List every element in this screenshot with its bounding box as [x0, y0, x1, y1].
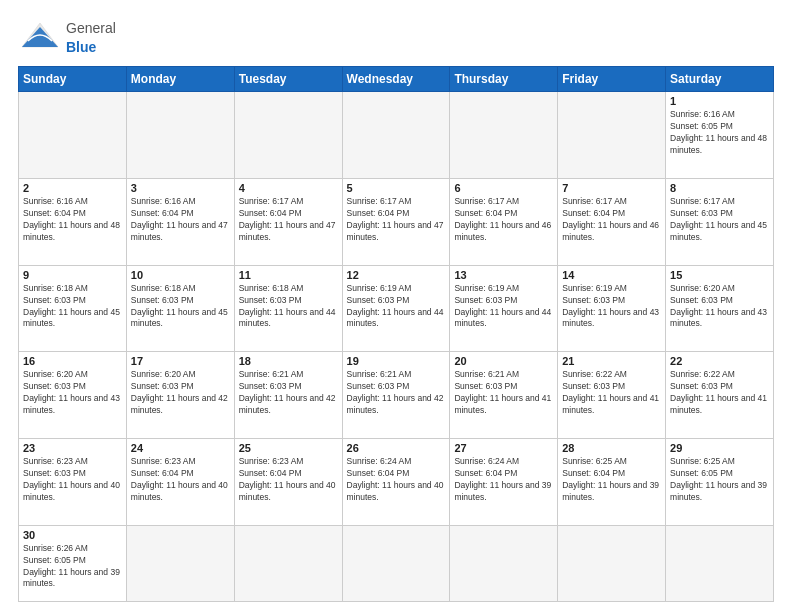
day-number: 3	[131, 182, 230, 194]
day-info: Sunrise: 6:16 AM Sunset: 6:04 PM Dayligh…	[131, 196, 230, 244]
header-sunday: Sunday	[19, 67, 127, 92]
day-number: 29	[670, 442, 769, 454]
day-info: Sunrise: 6:17 AM Sunset: 6:04 PM Dayligh…	[454, 196, 553, 244]
table-cell: 20Sunrise: 6:21 AM Sunset: 6:03 PM Dayli…	[450, 352, 558, 439]
calendar-table: Sunday Monday Tuesday Wednesday Thursday…	[18, 66, 774, 602]
day-number: 10	[131, 269, 230, 281]
day-info: Sunrise: 6:18 AM Sunset: 6:03 PM Dayligh…	[131, 283, 230, 331]
day-number: 17	[131, 355, 230, 367]
table-cell	[234, 92, 342, 179]
day-info: Sunrise: 6:23 AM Sunset: 6:04 PM Dayligh…	[239, 456, 338, 504]
day-number: 30	[23, 529, 122, 541]
table-cell: 21Sunrise: 6:22 AM Sunset: 6:03 PM Dayli…	[558, 352, 666, 439]
day-number: 21	[562, 355, 661, 367]
day-info: Sunrise: 6:19 AM Sunset: 6:03 PM Dayligh…	[347, 283, 446, 331]
week-row-5: 23Sunrise: 6:23 AM Sunset: 6:03 PM Dayli…	[19, 439, 774, 526]
week-row-1: 1Sunrise: 6:16 AM Sunset: 6:05 PM Daylig…	[19, 92, 774, 179]
header-wednesday: Wednesday	[342, 67, 450, 92]
week-row-6: 30Sunrise: 6:26 AM Sunset: 6:05 PM Dayli…	[19, 525, 774, 601]
day-info: Sunrise: 6:21 AM Sunset: 6:03 PM Dayligh…	[454, 369, 553, 417]
table-cell: 15Sunrise: 6:20 AM Sunset: 6:03 PM Dayli…	[666, 265, 774, 352]
logo: General Blue	[18, 18, 116, 56]
table-cell: 30Sunrise: 6:26 AM Sunset: 6:05 PM Dayli…	[19, 525, 127, 601]
day-info: Sunrise: 6:17 AM Sunset: 6:04 PM Dayligh…	[239, 196, 338, 244]
day-info: Sunrise: 6:20 AM Sunset: 6:03 PM Dayligh…	[23, 369, 122, 417]
day-info: Sunrise: 6:22 AM Sunset: 6:03 PM Dayligh…	[670, 369, 769, 417]
table-cell: 17Sunrise: 6:20 AM Sunset: 6:03 PM Dayli…	[126, 352, 234, 439]
weekday-header-row: Sunday Monday Tuesday Wednesday Thursday…	[19, 67, 774, 92]
day-number: 4	[239, 182, 338, 194]
day-number: 2	[23, 182, 122, 194]
day-info: Sunrise: 6:18 AM Sunset: 6:03 PM Dayligh…	[23, 283, 122, 331]
day-number: 9	[23, 269, 122, 281]
table-cell	[342, 525, 450, 601]
week-row-2: 2Sunrise: 6:16 AM Sunset: 6:04 PM Daylig…	[19, 179, 774, 266]
day-info: Sunrise: 6:23 AM Sunset: 6:04 PM Dayligh…	[131, 456, 230, 504]
day-number: 7	[562, 182, 661, 194]
day-info: Sunrise: 6:16 AM Sunset: 6:05 PM Dayligh…	[670, 109, 769, 157]
day-number: 13	[454, 269, 553, 281]
generalblue-logo-icon	[18, 19, 62, 55]
day-info: Sunrise: 6:24 AM Sunset: 6:04 PM Dayligh…	[454, 456, 553, 504]
day-info: Sunrise: 6:24 AM Sunset: 6:04 PM Dayligh…	[347, 456, 446, 504]
day-info: Sunrise: 6:20 AM Sunset: 6:03 PM Dayligh…	[670, 283, 769, 331]
table-cell: 22Sunrise: 6:22 AM Sunset: 6:03 PM Dayli…	[666, 352, 774, 439]
day-info: Sunrise: 6:16 AM Sunset: 6:04 PM Dayligh…	[23, 196, 122, 244]
table-cell: 16Sunrise: 6:20 AM Sunset: 6:03 PM Dayli…	[19, 352, 127, 439]
header: General Blue	[18, 18, 774, 56]
table-cell	[126, 92, 234, 179]
day-number: 18	[239, 355, 338, 367]
day-info: Sunrise: 6:17 AM Sunset: 6:03 PM Dayligh…	[670, 196, 769, 244]
day-info: Sunrise: 6:25 AM Sunset: 6:04 PM Dayligh…	[562, 456, 661, 504]
day-info: Sunrise: 6:26 AM Sunset: 6:05 PM Dayligh…	[23, 543, 122, 591]
day-number: 11	[239, 269, 338, 281]
table-cell: 13Sunrise: 6:19 AM Sunset: 6:03 PM Dayli…	[450, 265, 558, 352]
table-cell: 10Sunrise: 6:18 AM Sunset: 6:03 PM Dayli…	[126, 265, 234, 352]
header-friday: Friday	[558, 67, 666, 92]
day-info: Sunrise: 6:25 AM Sunset: 6:05 PM Dayligh…	[670, 456, 769, 504]
header-thursday: Thursday	[450, 67, 558, 92]
table-cell: 26Sunrise: 6:24 AM Sunset: 6:04 PM Dayli…	[342, 439, 450, 526]
day-info: Sunrise: 6:19 AM Sunset: 6:03 PM Dayligh…	[562, 283, 661, 331]
day-number: 24	[131, 442, 230, 454]
table-cell: 7Sunrise: 6:17 AM Sunset: 6:04 PM Daylig…	[558, 179, 666, 266]
day-info: Sunrise: 6:22 AM Sunset: 6:03 PM Dayligh…	[562, 369, 661, 417]
table-cell: 11Sunrise: 6:18 AM Sunset: 6:03 PM Dayli…	[234, 265, 342, 352]
table-cell: 23Sunrise: 6:23 AM Sunset: 6:03 PM Dayli…	[19, 439, 127, 526]
day-number: 19	[347, 355, 446, 367]
header-tuesday: Tuesday	[234, 67, 342, 92]
day-number: 8	[670, 182, 769, 194]
table-cell: 29Sunrise: 6:25 AM Sunset: 6:05 PM Dayli…	[666, 439, 774, 526]
day-info: Sunrise: 6:20 AM Sunset: 6:03 PM Dayligh…	[131, 369, 230, 417]
table-cell: 28Sunrise: 6:25 AM Sunset: 6:04 PM Dayli…	[558, 439, 666, 526]
table-cell	[19, 92, 127, 179]
header-monday: Monday	[126, 67, 234, 92]
day-number: 6	[454, 182, 553, 194]
day-number: 27	[454, 442, 553, 454]
table-cell	[234, 525, 342, 601]
day-info: Sunrise: 6:21 AM Sunset: 6:03 PM Dayligh…	[347, 369, 446, 417]
day-number: 20	[454, 355, 553, 367]
header-saturday: Saturday	[666, 67, 774, 92]
table-cell: 12Sunrise: 6:19 AM Sunset: 6:03 PM Dayli…	[342, 265, 450, 352]
table-cell: 3Sunrise: 6:16 AM Sunset: 6:04 PM Daylig…	[126, 179, 234, 266]
day-number: 14	[562, 269, 661, 281]
day-number: 25	[239, 442, 338, 454]
logo-blue: Blue	[66, 39, 96, 55]
day-number: 15	[670, 269, 769, 281]
table-cell: 27Sunrise: 6:24 AM Sunset: 6:04 PM Dayli…	[450, 439, 558, 526]
table-cell	[450, 525, 558, 601]
day-number: 28	[562, 442, 661, 454]
table-cell: 4Sunrise: 6:17 AM Sunset: 6:04 PM Daylig…	[234, 179, 342, 266]
day-info: Sunrise: 6:19 AM Sunset: 6:03 PM Dayligh…	[454, 283, 553, 331]
page: General Blue Sunday Monday Tuesday Wedne…	[0, 0, 792, 612]
day-info: Sunrise: 6:17 AM Sunset: 6:04 PM Dayligh…	[562, 196, 661, 244]
table-cell: 8Sunrise: 6:17 AM Sunset: 6:03 PM Daylig…	[666, 179, 774, 266]
day-info: Sunrise: 6:18 AM Sunset: 6:03 PM Dayligh…	[239, 283, 338, 331]
table-cell	[666, 525, 774, 601]
table-cell: 1Sunrise: 6:16 AM Sunset: 6:05 PM Daylig…	[666, 92, 774, 179]
table-cell: 18Sunrise: 6:21 AM Sunset: 6:03 PM Dayli…	[234, 352, 342, 439]
table-cell: 19Sunrise: 6:21 AM Sunset: 6:03 PM Dayli…	[342, 352, 450, 439]
table-cell: 24Sunrise: 6:23 AM Sunset: 6:04 PM Dayli…	[126, 439, 234, 526]
table-cell: 5Sunrise: 6:17 AM Sunset: 6:04 PM Daylig…	[342, 179, 450, 266]
